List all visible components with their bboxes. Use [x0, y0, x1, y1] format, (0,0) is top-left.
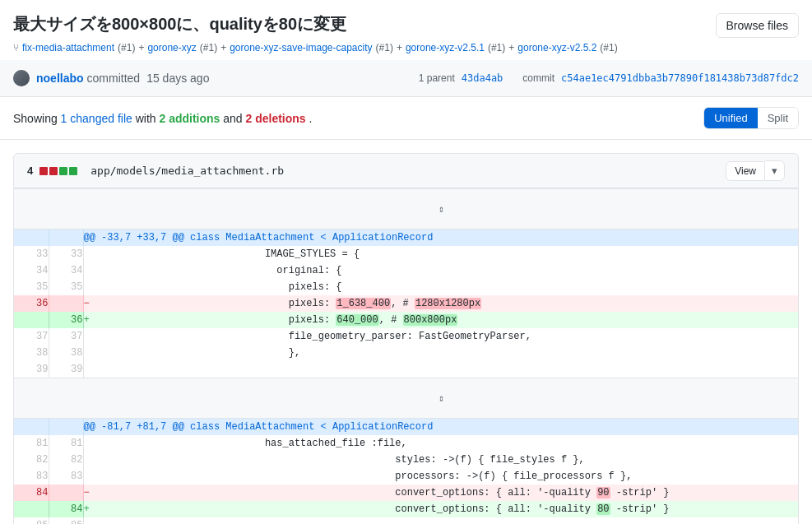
- unified-view-button[interactable]: Unified: [704, 108, 757, 128]
- commit-hash-section: 1 parent 43da4ab commit c54ae1ec4791dbba…: [419, 72, 799, 84]
- changed-file-link[interactable]: 1 changed file: [61, 112, 132, 125]
- table-row: 85 85: [14, 517, 798, 524]
- change-count: 4: [27, 165, 33, 177]
- view-file-button[interactable]: View: [726, 161, 765, 181]
- file-diff-section: 4 app/models/media_attachment.rb View ▾ …: [13, 153, 799, 524]
- stats-bar: Showing 1 changed file with 2 additions …: [0, 97, 812, 140]
- table-row: 84 − convert_options: { all: '-quality 9…: [14, 485, 798, 501]
- branch-gorone-xyz[interactable]: gorone-xyz: [147, 42, 196, 53]
- commit-title: 最大サイズを800×800に、qualityを80に変更: [13, 13, 799, 35]
- branch-list: ⑂ fix-media-attachment (#1) + gorone-xyz…: [13, 42, 799, 53]
- branch-pr-3: (#1): [376, 42, 393, 53]
- file-path: app/models/media_attachment.rb: [90, 165, 726, 177]
- table-row: 84 + convert_options: { all: '-quality 8…: [14, 501, 798, 517]
- hunk1-new-num: [49, 230, 83, 247]
- hunk1-content: @@ -33,7 +33,7 @@ class MediaAttachment …: [83, 230, 798, 247]
- browse-files-button[interactable]: Browse files: [716, 13, 799, 38]
- add-block-1: [59, 167, 67, 175]
- page-header: 最大サイズを800×800に、qualityを80に変更 Browse file…: [0, 0, 812, 60]
- table-row: 39 39: [14, 361, 798, 378]
- commit-label: commit: [522, 72, 554, 84]
- branch-pr-5: (#1): [600, 42, 617, 53]
- branch-v252[interactable]: gorone-xyz-v2.5.2: [517, 42, 596, 53]
- expand-row-middle[interactable]: ⇕: [14, 378, 798, 419]
- view-toggle: Unified Split: [703, 107, 799, 129]
- branch-save-image[interactable]: gorone-xyz-save-image-capacity: [230, 42, 372, 53]
- table-row: 38 38 },: [14, 345, 798, 361]
- branch-pr-4: (#1): [488, 42, 505, 53]
- new-line-33: 33: [49, 246, 83, 262]
- branch-v251[interactable]: gorone-xyz-v2.5.1: [406, 42, 485, 53]
- table-row: 34 34 original: {: [14, 262, 798, 279]
- hunk-header-1: @@ -33,7 +33,7 @@ class MediaAttachment …: [14, 230, 798, 247]
- additions-count: 2 additions: [159, 112, 220, 125]
- table-row: 33 33 IMAGE_STYLES = {: [14, 246, 798, 262]
- expand-icon-middle[interactable]: ⇕: [434, 390, 450, 406]
- expand-icon-top[interactable]: ⇕: [434, 201, 450, 217]
- branch-pr-2: (#1): [200, 42, 217, 53]
- del-block-1: [39, 167, 48, 175]
- diff-content: ⇕ @@ -33,7 +33,7 @@ class MediaAttachmen…: [13, 188, 799, 524]
- add-block-2: [69, 167, 77, 175]
- parent-label: 1 parent: [419, 72, 455, 84]
- commit-action: committed: [87, 72, 141, 85]
- del-block-2: [49, 167, 58, 175]
- table-row: 81 81 has_attached_file :file,: [14, 435, 798, 452]
- file-actions: View ▾: [726, 160, 785, 181]
- branch-pr-1: (#1): [118, 42, 135, 53]
- avatar: [13, 70, 30, 86]
- deletions-count: 2 deletions: [246, 112, 306, 125]
- showing-text: Showing 1 changed file with 2 additions …: [13, 112, 312, 125]
- branch-fix-media[interactable]: fix-media-attachment: [22, 42, 114, 53]
- branch-icon: ⑂: [13, 42, 19, 53]
- old-line-33: 33: [14, 246, 49, 262]
- marker-ctx: [83, 246, 217, 262]
- table-row: 82 82 styles: ->(f) { file_styles f },: [14, 452, 798, 468]
- table-row: 37 37 file_geometry_parser: FastGeometry…: [14, 328, 798, 345]
- commit-hash-link[interactable]: c54ae1ec4791dbba3b77890f181438b73d87fdc2: [561, 72, 799, 84]
- commit-time: 15 days ago: [146, 72, 209, 85]
- parent-hash-link[interactable]: 43da4ab: [462, 72, 503, 84]
- author-link[interactable]: noellabo: [36, 72, 84, 85]
- commit-meta-row: noellabo committed 15 days ago 1 parent …: [0, 60, 812, 97]
- file-header: 4 app/models/media_attachment.rb View ▾: [13, 153, 799, 188]
- hunk1-old-num: [14, 230, 49, 247]
- hunk2-content: @@ -81,7 +81,7 @@ class MediaAttachment …: [83, 419, 798, 436]
- table-row: 36 − pixels: 1_638_400, # 1280x1280px: [14, 295, 798, 312]
- expand-row-top[interactable]: ⇕: [14, 189, 798, 230]
- split-view-button[interactable]: Split: [758, 108, 798, 128]
- file-dropdown-button[interactable]: ▾: [765, 160, 785, 181]
- hunk-header-2: @@ -81,7 +81,7 @@ class MediaAttachment …: [14, 419, 798, 436]
- change-blocks: [39, 167, 77, 175]
- table-row: 35 35 pixels: {: [14, 279, 798, 295]
- line-code: IMAGE_STYLES = {: [217, 246, 798, 262]
- table-row: 83 83 processors: ->(f) { file_processor…: [14, 468, 798, 485]
- table-row: 36 + pixels: 640_000, # 800x800px: [14, 312, 798, 328]
- diff-table: ⇕ @@ -33,7 +33,7 @@ class MediaAttachmen…: [14, 188, 798, 524]
